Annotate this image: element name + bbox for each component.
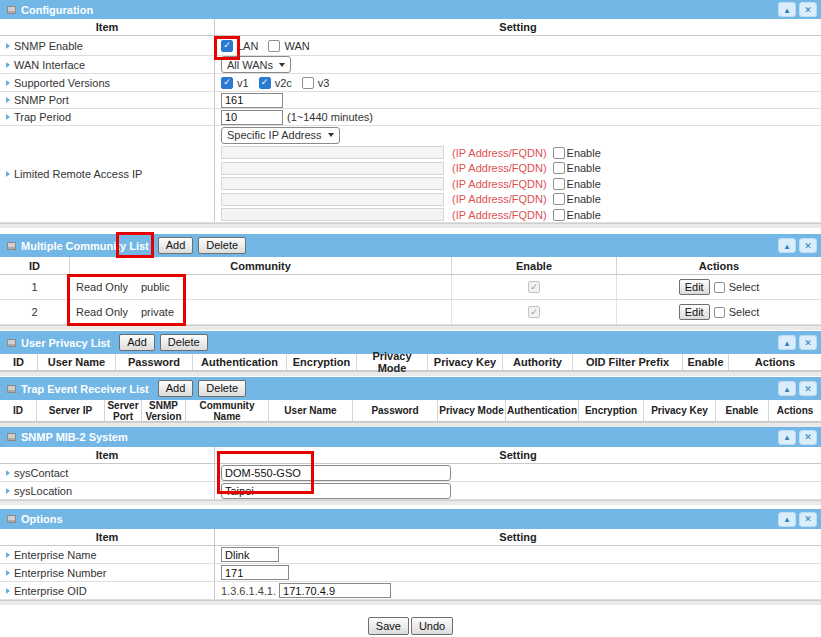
item-setting-header: Item Setting [0,19,821,36]
remote-ip-enable-checkbox-3[interactable] [553,178,565,190]
community-add-button[interactable]: Add [158,237,194,254]
syscontact-label: sysContact [14,467,68,479]
trap-period-input[interactable] [221,110,283,125]
ip-fqdn-hint: (IP Address/FQDN) [452,147,547,159]
collapse-icon[interactable]: ▴ [778,2,796,17]
close-icon[interactable]: ✕ [799,2,817,17]
community-list-section: Multiple Community List Add Delete ▴ ✕ I… [0,234,821,330]
window-icon [7,339,16,347]
enterprise-oid-input[interactable] [279,583,391,598]
trap-delete-button[interactable]: Delete [198,380,246,397]
syslocation-label: sysLocation [14,485,72,497]
collapse-icon[interactable]: ▴ [778,430,796,445]
community-select-checkbox[interactable] [714,307,725,318]
remote-ip-entry: (IP Address/FQDN) Enable [215,160,821,176]
trap-receiver-header: Trap Event Receiver List Add Delete ▴ ✕ [0,377,821,400]
close-icon[interactable]: ✕ [799,238,817,253]
section-title: Trap Event Receiver List [21,383,149,395]
collapse-icon[interactable]: ▴ [778,238,796,253]
community-id: 1 [0,275,70,299]
v2c-checkbox[interactable] [259,77,271,89]
remote-ip-enable-checkbox-4[interactable] [553,193,565,205]
close-icon[interactable]: ✕ [799,430,817,445]
remote-ip-entry: (IP Address/FQDN) Enable [215,145,821,161]
col-enable: Enable [716,400,769,421]
wan-checkbox[interactable] [268,40,280,52]
item-setting-header: Item Setting [0,447,821,464]
section-title: SNMP MIB-2 System [21,431,128,443]
close-icon[interactable]: ✕ [799,512,817,527]
col-id: ID [0,400,37,421]
item-arrow-icon [6,488,10,494]
col-encryption: Encryption [287,354,357,370]
user-privacy-section: User Privacy List Add Delete ▴ ✕ ID User… [0,331,821,376]
wan-interface-label: WAN Interface [14,59,85,71]
col-enable: Enable [452,257,617,274]
community-delete-button[interactable]: Delete [198,237,246,254]
undo-button[interactable]: Undo [411,617,453,635]
panel-footer [0,500,821,505]
item-column-header: Item [0,447,215,463]
remote-ip-entry: (IP Address/FQDN) Enable [215,207,821,223]
close-icon[interactable]: ✕ [799,335,817,350]
community-enable-checkbox [528,306,540,318]
item-setting-header: Item Setting [0,529,821,546]
v3-label: v3 [318,77,330,89]
close-icon[interactable]: ✕ [799,381,817,396]
remote-access-mode-select[interactable]: Specific IP Address [221,127,340,144]
community-table-header: ID Community Enable Actions [0,257,821,275]
community-enable-checkbox [528,281,540,293]
community-name: public [141,281,170,293]
collapse-icon[interactable]: ▴ [778,335,796,350]
trap-add-button[interactable]: Add [158,380,194,397]
community-select-checkbox[interactable] [714,282,725,293]
mib2-row-syscontact: sysContact [0,464,821,482]
col-encryption: Encryption [579,400,644,421]
snmp-port-input[interactable] [221,93,283,108]
window-icon [7,515,16,523]
lan-checkbox[interactable] [221,40,233,52]
options-header: Options ▴ ✕ [0,509,821,529]
enterprise-number-input[interactable] [221,565,289,580]
col-privacy-key: Privacy Key [644,400,716,421]
enterprise-oid-prefix: 1.3.6.1.4.1. [221,585,276,597]
window-icon [7,6,16,14]
v1-checkbox[interactable] [221,77,233,89]
community-edit-button[interactable]: Edit [679,304,710,320]
syslocation-input[interactable] [221,483,451,499]
col-oid-filter-prefix: OID Filter Prefix [573,354,683,370]
col-server-port: Server Port [105,400,142,421]
remote-ip-input-4[interactable] [221,193,444,206]
privacy-add-button[interactable]: Add [119,334,155,351]
options-row-enterprise-name: Enterprise Name [0,546,821,564]
syscontact-input[interactable] [221,465,451,481]
section-title: User Privacy List [21,337,110,349]
collapse-icon[interactable]: ▴ [778,381,796,396]
item-arrow-icon [6,552,10,558]
wan-interface-select[interactable]: All WANs [221,56,291,73]
trap-period-note: (1~1440 minutes) [287,111,373,123]
item-column-header: Item [0,529,215,545]
enable-label: Enable [567,178,601,190]
enterprise-name-input[interactable] [221,547,279,562]
remote-ip-input-3[interactable] [221,177,444,190]
window-icon [7,385,16,393]
v2c-label: v2c [275,77,292,89]
remote-ip-input-1[interactable] [221,146,444,159]
collapse-icon[interactable]: ▴ [778,512,796,527]
ip-fqdn-hint: (IP Address/FQDN) [452,209,547,221]
col-password: Password [353,400,438,421]
remote-ip-enable-checkbox-5[interactable] [553,209,565,221]
community-edit-button[interactable]: Edit [679,279,710,295]
remote-ip-input-5[interactable] [221,208,444,221]
privacy-delete-button[interactable]: Delete [160,334,208,351]
item-arrow-icon [6,470,10,476]
community-name: private [141,306,174,318]
remote-ip-enable-checkbox-2[interactable] [553,162,565,174]
col-id: ID [0,354,38,370]
v3-checkbox[interactable] [302,77,314,89]
remote-ip-input-2[interactable] [221,162,444,175]
remote-ip-enable-checkbox-1[interactable] [553,147,565,159]
save-button[interactable]: Save [368,617,409,635]
community-row-2: 2 Read Only private Edit Select [0,300,821,325]
